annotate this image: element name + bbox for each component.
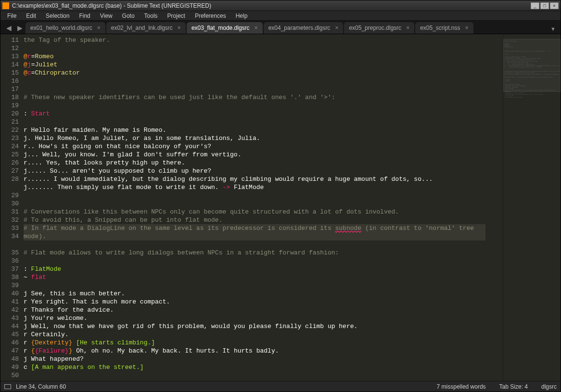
tab-row: ◀ ▶ ex01_hello_world.dlgsrc×ex02_lvl_and… <box>0 21 561 34</box>
status-syntax[interactable]: dlgsrc <box>541 383 557 390</box>
menu-goto[interactable]: Goto <box>117 12 140 20</box>
tab-back-icon[interactable]: ◀ <box>3 22 14 34</box>
minimap-viewport[interactable] <box>503 39 561 92</box>
tab-close-icon[interactable]: × <box>97 25 101 31</box>
window-title: C:\examples\ex03_flat_mode.dlgsrc (base)… <box>12 2 530 9</box>
menu-find[interactable]: Find <box>74 12 95 20</box>
menu-file[interactable]: File <box>2 12 21 20</box>
editor[interactable]: 1112131415161718192021222324252627282930… <box>0 34 503 381</box>
tab-ex02_lvl_and_lnk-dlgsrc[interactable]: ex02_lvl_and_lnk.dlgsrc× <box>106 22 186 34</box>
tab-close-icon[interactable]: × <box>406 25 409 31</box>
tab-close-icon[interactable]: × <box>178 25 181 31</box>
minimap[interactable]: the Tag of the speaker. @r=Romeo@j=Julie… <box>503 34 561 381</box>
tab-close-icon[interactable]: × <box>465 25 469 31</box>
maximize-button[interactable]: □ <box>540 2 549 9</box>
tab-ex01_hello_world-dlgsrc[interactable]: ex01_hello_world.dlgsrc× <box>26 22 105 34</box>
tab-ex04_parameters-dlgsrc[interactable]: ex04_parameters.dlgsrc× <box>264 22 344 34</box>
gutter: 1112131415161718192021222324252627282930… <box>0 34 24 381</box>
panel-toggle-icon[interactable] <box>4 384 11 389</box>
status-tabsize[interactable]: Tab Size: 4 <box>499 383 528 390</box>
menu-selection[interactable]: Selection <box>41 12 74 20</box>
menubar: FileEditSelectionFindViewGotoToolsProjec… <box>0 11 561 21</box>
tab-label: ex03_flat_mode.dlgsrc <box>191 25 250 31</box>
close-button[interactable]: × <box>550 2 559 9</box>
tab-ex03_flat_mode-dlgsrc[interactable]: ex03_flat_mode.dlgsrc× <box>187 22 263 34</box>
editor-area: 1112131415161718192021222324252627282930… <box>0 34 561 381</box>
titlebar: C:\examples\ex03_flat_mode.dlgsrc (base)… <box>0 0 561 11</box>
status-position[interactable]: Line 34, Column 60 <box>16 383 423 390</box>
tab-close-icon[interactable]: × <box>335 25 338 31</box>
tab-label: ex05_preproc.dlgsrc <box>349 25 401 31</box>
statusbar: Line 34, Column 60 7 misspelled words Ta… <box>0 381 561 392</box>
menu-edit[interactable]: Edit <box>21 12 41 20</box>
minimize-button[interactable]: _ <box>531 2 539 9</box>
code-content[interactable]: the Tag of the speaker. @r=Romeo@j=Julie… <box>24 34 503 381</box>
menu-help[interactable]: Help <box>231 12 253 20</box>
menu-preferences[interactable]: Preferences <box>190 12 231 20</box>
app-icon <box>2 2 9 9</box>
tab-label: ex01_hello_world.dlgsrc <box>30 25 92 31</box>
menu-tools[interactable]: Tools <box>140 12 163 20</box>
tab-label: ex04_parameters.dlgsrc <box>268 25 331 31</box>
tab-label: ex05_script.nss <box>420 25 460 31</box>
status-spellcheck[interactable]: 7 misspelled words <box>437 383 486 390</box>
tab-ex05_script-nss[interactable]: ex05_script.nss× <box>415 22 473 34</box>
tab-forward-icon[interactable]: ▶ <box>14 22 26 34</box>
menu-project[interactable]: Project <box>163 12 190 20</box>
tab-close-icon[interactable]: × <box>255 25 258 31</box>
menu-view[interactable]: View <box>95 12 117 20</box>
tab-label: ex02_lvl_and_lnk.dlgsrc <box>111 25 173 31</box>
tab-overflow-icon[interactable]: ▼ <box>546 24 561 34</box>
tab-ex05_preproc-dlgsrc[interactable]: ex05_preproc.dlgsrc× <box>344 22 414 34</box>
